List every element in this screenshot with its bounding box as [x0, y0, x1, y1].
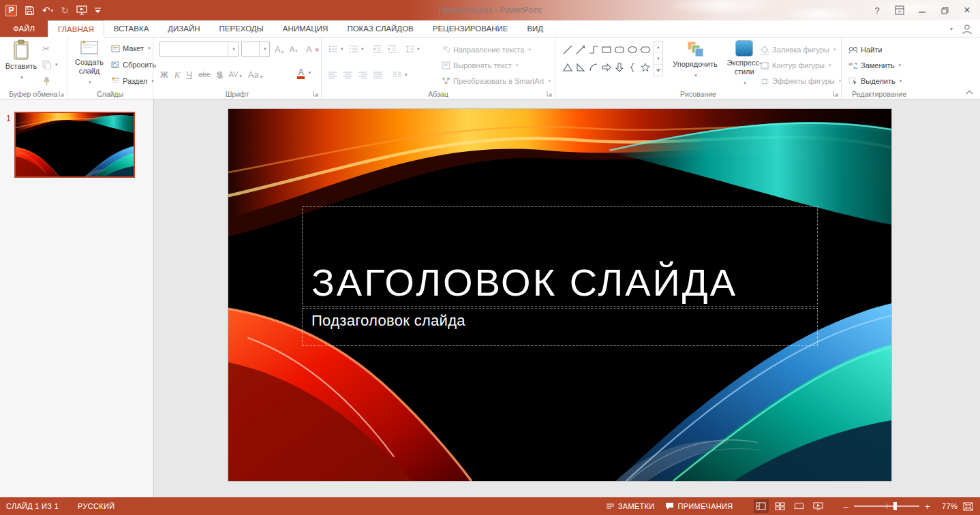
- line-spacing-button[interactable]: ▾: [405, 42, 420, 56]
- pane-splitter[interactable]: [153, 99, 154, 497]
- text-shadow-button[interactable]: S: [217, 70, 223, 79]
- tab-transitions[interactable]: ПЕРЕХОДЫ: [210, 20, 273, 37]
- font-color-dropdown-icon[interactable]: ▾: [308, 70, 311, 76]
- columns-button[interactable]: ▾: [393, 68, 408, 82]
- align-center-button[interactable]: [343, 68, 352, 82]
- title-placeholder[interactable]: ЗАГОЛОВОК СЛАЙДА: [302, 206, 818, 307]
- zoom-percentage[interactable]: 77%: [936, 502, 958, 510]
- slideshow-view-button[interactable]: [811, 499, 826, 513]
- tab-slideshow[interactable]: ПОКАЗ СЛАЙДОВ: [337, 20, 423, 37]
- tab-view[interactable]: ВИД: [517, 20, 553, 37]
- clear-formatting-button[interactable]: А: [306, 42, 319, 56]
- layout-button[interactable]: Макет ▾: [111, 42, 151, 55]
- zoom-in-button[interactable]: +: [925, 502, 930, 511]
- notes-toggle-button[interactable]: ЗАМЕТКИ: [606, 502, 655, 510]
- align-right-button[interactable]: [358, 68, 367, 82]
- grow-font-button[interactable]: А▴: [275, 42, 284, 56]
- paragraph-dialog-launcher[interactable]: [547, 91, 553, 97]
- normal-view-button[interactable]: [754, 499, 769, 513]
- tab-design[interactable]: ДИЗАЙН: [158, 20, 209, 37]
- user-avatar[interactable]: [958, 22, 976, 36]
- character-spacing-button[interactable]: AV▾: [228, 71, 241, 78]
- paste-dropdown-icon[interactable]: ▾: [20, 73, 23, 82]
- tab-animations[interactable]: АНИМАЦИЯ: [273, 20, 338, 37]
- change-case-button[interactable]: Aa▾: [248, 70, 262, 79]
- shape-oval-icon[interactable]: [626, 41, 639, 59]
- shape-elbow-connector-icon[interactable]: [587, 41, 600, 59]
- shape-rounded-rectangle-icon[interactable]: [613, 41, 626, 59]
- italic-button[interactable]: К: [174, 70, 181, 79]
- shape-triangle-icon[interactable]: [561, 59, 574, 76]
- justify-button[interactable]: [373, 68, 382, 82]
- subtitle-placeholder[interactable]: Подзаголовок слайда: [302, 308, 818, 346]
- shape-down-arrow-icon[interactable]: [613, 59, 626, 76]
- copy-dropdown-icon[interactable]: ▾: [55, 62, 58, 67]
- ribbon-options-dropdown-icon[interactable]: ▾: [950, 26, 953, 32]
- shape-rectangle-icon[interactable]: [600, 41, 613, 59]
- arrange-dropdown-icon[interactable]: ▾: [694, 71, 697, 80]
- slide-sorter-view-button[interactable]: [773, 499, 788, 513]
- underline-button[interactable]: Ч: [186, 70, 192, 79]
- font-name-dropdown-icon[interactable]: ▾: [232, 46, 235, 52]
- shape-effects-button[interactable]: Эффекты фигуры ▾: [760, 74, 841, 88]
- tab-review[interactable]: РЕЦЕНЗИРОВАНИЕ: [423, 20, 518, 37]
- shape-right-triangle-icon[interactable]: [574, 59, 587, 76]
- format-painter-button[interactable]: [42, 74, 51, 88]
- help-button[interactable]: ?: [868, 3, 886, 18]
- increase-indent-button[interactable]: [387, 42, 397, 56]
- collapse-ribbon-button[interactable]: [966, 90, 973, 95]
- shapes-scroll-down-button[interactable]: ▾: [654, 53, 662, 65]
- shape-brace-icon[interactable]: [626, 59, 639, 76]
- comments-toggle-button[interactable]: ПРИМЕЧАНИЯ: [665, 502, 733, 510]
- new-slide-dropdown-icon[interactable]: ▾: [89, 78, 91, 87]
- ribbon-display-options-button[interactable]: [891, 3, 908, 18]
- font-size-combo[interactable]: ▾: [241, 42, 270, 57]
- cut-button[interactable]: ✂: [42, 42, 50, 55]
- numbering-button[interactable]: ▾: [349, 42, 364, 56]
- arrange-button[interactable]: Упорядочить ▾: [670, 40, 720, 95]
- align-text-button[interactable]: Выровнять текст ▾: [442, 59, 518, 72]
- maximize-button[interactable]: [936, 3, 953, 18]
- quick-styles-dropdown-icon[interactable]: ▾: [744, 78, 746, 87]
- zoom-slider[interactable]: [854, 501, 919, 511]
- shape-arc-icon[interactable]: [587, 59, 600, 76]
- section-button[interactable]: Раздел ▾: [111, 74, 154, 88]
- replace-button[interactable]: abac Заменить ▾: [848, 59, 901, 72]
- find-button[interactable]: Найти: [848, 43, 882, 57]
- shape-line-icon[interactable]: [561, 41, 574, 59]
- shape-hexagon-icon[interactable]: [639, 41, 652, 59]
- font-color-button[interactable]: А ▾: [298, 66, 311, 80]
- reading-view-button[interactable]: [792, 499, 807, 513]
- slide-editor-area[interactable]: ЗАГОЛОВОК СЛАЙДА Подзаголовок слайда: [154, 99, 980, 497]
- shrink-font-button[interactable]: А▾: [290, 42, 298, 56]
- shapes-gallery-more-button[interactable]: ▾: [654, 65, 662, 76]
- slide-counter[interactable]: СЛАЙД 1 ИЗ 1: [6, 502, 59, 510]
- tab-file[interactable]: ФАЙЛ: [0, 20, 48, 37]
- shape-star-icon[interactable]: [639, 59, 652, 76]
- decrease-indent-button[interactable]: [372, 42, 382, 56]
- close-button[interactable]: ×: [958, 3, 976, 18]
- select-button[interactable]: Выделить ▾: [848, 74, 902, 88]
- language-indicator[interactable]: РУССКИЙ: [78, 502, 114, 510]
- bold-button[interactable]: Ж: [160, 70, 168, 79]
- quick-styles-button[interactable]: Экспресс-стили ▾: [723, 40, 765, 95]
- font-name-combo[interactable]: ▾: [159, 42, 239, 57]
- zoom-out-button[interactable]: –: [844, 502, 849, 511]
- slide-canvas[interactable]: ЗАГОЛОВОК СЛАЙДА Подзаголовок слайда: [228, 109, 891, 481]
- drawing-dialog-launcher[interactable]: [833, 91, 839, 97]
- convert-smartart-button[interactable]: Преобразовать в SmartArt ▾: [442, 74, 551, 88]
- text-direction-button[interactable]: Направление текста ▾: [442, 43, 531, 57]
- tab-home[interactable]: ГЛАВНАЯ: [48, 20, 104, 37]
- zoom-slider-thumb[interactable]: [893, 502, 897, 510]
- paste-button[interactable]: Вставить ▾: [4, 40, 38, 94]
- align-left-button[interactable]: [328, 68, 337, 82]
- font-size-dropdown-icon[interactable]: ▾: [264, 46, 266, 52]
- shape-right-arrow-icon[interactable]: [600, 59, 613, 76]
- shape-arrow-icon[interactable]: [574, 41, 587, 59]
- shapes-scroll-up-button[interactable]: ▴: [654, 42, 662, 53]
- minimize-button[interactable]: [913, 3, 931, 18]
- new-slide-button[interactable]: Создать слайд ▾: [70, 40, 108, 94]
- font-dialog-launcher[interactable]: [313, 91, 319, 97]
- strikethrough-button[interactable]: abc: [198, 71, 211, 78]
- fit-slide-to-window-button[interactable]: [963, 502, 973, 511]
